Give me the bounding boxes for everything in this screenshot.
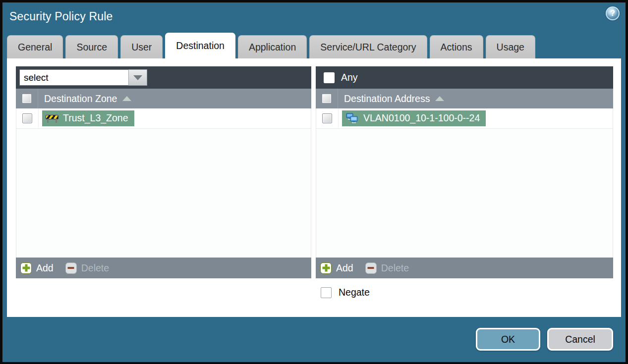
tab-actions[interactable]: Actions bbox=[430, 35, 483, 58]
panels-container: Destination Zone bbox=[7, 58, 621, 278]
zone-column-header-label: Destination Zone bbox=[44, 93, 117, 104]
address-column-header-label: Destination Address bbox=[344, 93, 430, 104]
zone-column-header[interactable]: Destination Zone bbox=[44, 93, 131, 104]
chevron-down-icon bbox=[133, 75, 142, 80]
add-label: Add bbox=[336, 262, 353, 274]
delete-label: Delete bbox=[381, 262, 409, 274]
tab-usage[interactable]: Usage bbox=[486, 35, 535, 58]
zone-panel-toolbar bbox=[16, 66, 311, 89]
tab-label: Destination bbox=[176, 40, 225, 52]
tab-service-url-category[interactable]: Service/URL Category bbox=[309, 35, 427, 58]
tab-application[interactable]: Application bbox=[238, 35, 307, 58]
zone-row-checkbox-cell bbox=[16, 108, 39, 128]
any-label: Any bbox=[341, 72, 358, 83]
tab-strip: General Source User Destination Applicat… bbox=[2, 30, 626, 58]
address-grid-header: Destination Address bbox=[316, 89, 613, 108]
zone-grid-footer: Add Delete bbox=[16, 258, 311, 278]
zone-grid-body: Trust_L3_Zone bbox=[16, 108, 311, 258]
tab-label: Usage bbox=[497, 42, 524, 53]
zone-select-dropdown-button[interactable] bbox=[128, 69, 147, 86]
tab-source[interactable]: Source bbox=[65, 35, 118, 58]
tab-user[interactable]: User bbox=[120, 35, 163, 58]
delete-address-button: Delete bbox=[365, 262, 409, 274]
negate-label: Negate bbox=[339, 287, 370, 298]
address-column-header[interactable]: Destination Address bbox=[344, 93, 444, 104]
plus-icon bbox=[320, 262, 332, 274]
address-panel-toolbar: Any bbox=[316, 66, 613, 89]
tab-label: Actions bbox=[441, 42, 472, 53]
destination-zone-panel: Destination Zone bbox=[16, 66, 311, 278]
address-grid-body: VLAN0100_10-1-100-0--24 bbox=[316, 108, 613, 258]
address-header-checkbox-cell bbox=[316, 89, 338, 108]
address-row-checkbox-cell bbox=[316, 108, 339, 128]
zone-row-checkbox[interactable] bbox=[22, 113, 32, 123]
zone-icon bbox=[46, 114, 58, 123]
minus-icon bbox=[65, 262, 77, 274]
plus-icon bbox=[20, 262, 32, 274]
zone-header-checkbox-cell bbox=[16, 89, 38, 108]
tab-label: Service/URL Category bbox=[320, 42, 416, 53]
table-row[interactable]: Trust_L3_Zone bbox=[16, 108, 311, 129]
address-entry-label: VLAN0100_10-1-100-0--24 bbox=[363, 112, 480, 124]
network-icon bbox=[345, 113, 359, 123]
help-glyph: ? bbox=[610, 9, 615, 18]
add-zone-button[interactable]: Add bbox=[20, 262, 54, 274]
tab-label: Application bbox=[249, 42, 296, 53]
table-row[interactable]: VLAN0100_10-1-100-0--24 bbox=[316, 108, 613, 129]
tab-label: Source bbox=[76, 42, 107, 53]
tab-destination[interactable]: Destination bbox=[165, 33, 235, 58]
tab-label: General bbox=[18, 42, 52, 53]
delete-label: Delete bbox=[81, 262, 109, 274]
zone-grid-header: Destination Zone bbox=[16, 89, 311, 108]
ok-button[interactable]: OK bbox=[476, 328, 540, 351]
dialog-frame: Security Policy Rule ? General Source Us… bbox=[0, 0, 628, 364]
negate-row: Negate bbox=[321, 287, 621, 298]
delete-zone-button: Delete bbox=[65, 262, 109, 274]
any-checkbox[interactable] bbox=[324, 72, 335, 83]
zone-select-combobox bbox=[19, 69, 147, 86]
zone-entry-label: Trust_L3_Zone bbox=[63, 112, 128, 124]
sort-ascending-icon bbox=[435, 96, 444, 101]
destination-tab-content: Destination Zone bbox=[7, 58, 621, 317]
help-icon[interactable]: ? bbox=[606, 6, 620, 20]
minus-icon bbox=[365, 262, 377, 274]
tab-general[interactable]: General bbox=[7, 35, 63, 58]
tab-label: User bbox=[131, 42, 152, 53]
zone-select-input[interactable] bbox=[19, 69, 128, 86]
sort-ascending-icon bbox=[122, 96, 131, 101]
zone-select-all-checkbox[interactable] bbox=[22, 94, 32, 104]
address-row-checkbox[interactable] bbox=[322, 113, 332, 123]
cancel-button[interactable]: Cancel bbox=[547, 328, 613, 351]
dialog-title: Security Policy Rule bbox=[9, 10, 113, 23]
add-address-button[interactable]: Add bbox=[320, 262, 353, 274]
dialog-footer: OK Cancel bbox=[2, 317, 626, 362]
address-select-all-checkbox[interactable] bbox=[322, 94, 332, 104]
zone-entry-chip[interactable]: Trust_L3_Zone bbox=[42, 110, 134, 126]
title-bar: Security Policy Rule ? bbox=[2, 2, 626, 30]
address-entry-chip[interactable]: VLAN0100_10-1-100-0--24 bbox=[342, 110, 486, 126]
negate-checkbox[interactable] bbox=[321, 287, 332, 298]
add-label: Add bbox=[36, 262, 54, 274]
destination-address-panel: Any Destination Address bbox=[316, 66, 613, 278]
address-grid-footer: Add Delete bbox=[316, 258, 613, 278]
security-policy-rule-dialog: Security Policy Rule ? General Source Us… bbox=[2, 2, 626, 362]
